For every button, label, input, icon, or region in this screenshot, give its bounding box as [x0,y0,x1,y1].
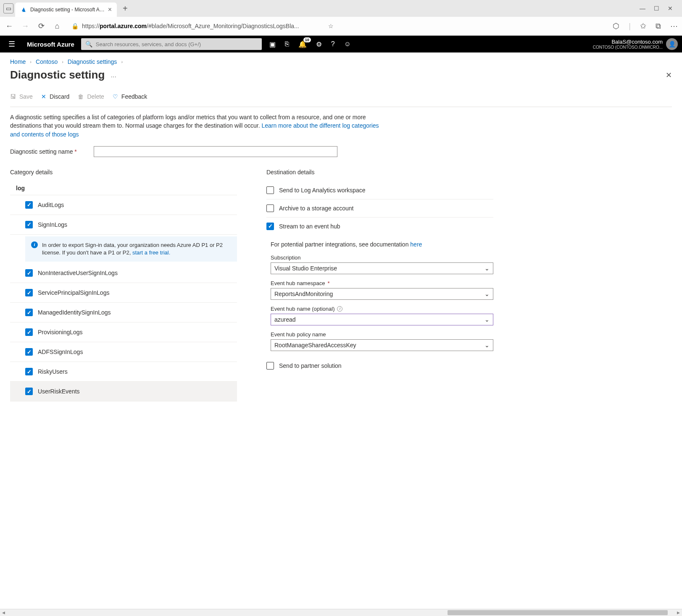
log-item[interactable]: AuditLogs [10,195,237,215]
subscription-select[interactable]: Visual Studio Enterprise ⌄ [271,262,493,274]
window-maximize-icon[interactable]: ☐ [654,5,659,12]
log-item[interactable]: UserRiskEvents [10,382,237,401]
toolbar: 🖫 Save ✕ Discard 🗑 Delete ♡ Feedback [10,93,672,107]
log-item[interactable]: NonInteractiveUserSignInLogs [10,263,237,283]
log-item-label: NonInteractiveUserSignInLogs [38,270,118,276]
chevron-down-icon: ⌄ [485,316,490,323]
account-tenant: CONTOSO (CONTOSO.ONMICRO... [593,45,663,50]
checkbox[interactable] [25,328,33,336]
nav-back-icon[interactable]: ← [4,22,14,31]
feedback-button[interactable]: ♡ Feedback [113,93,147,100]
log-item-label: ProvisioningLogs [38,329,83,336]
setting-name-input[interactable] [94,146,337,157]
checkbox[interactable] [266,186,274,194]
partner-integrations-text: For potential partner integrations, see … [271,241,493,248]
category-details-heading: Category details [10,169,237,176]
tab-close-icon[interactable]: × [108,6,112,13]
namespace-select[interactable]: ReportsAndMonitoring ⌄ [271,288,493,300]
nav-refresh-icon[interactable]: ⟳ [36,21,46,31]
discard-icon: ✕ [41,93,46,100]
hamburger-icon[interactable]: ☰ [3,39,20,49]
page-more-icon[interactable]: … [105,72,123,79]
url-text: https://portal.azure.com/#blade/Microsof… [82,23,299,29]
checkbox[interactable] [25,388,33,395]
favorite-star-icon[interactable]: ☆ [328,23,334,29]
notifications-icon[interactable]: 🔔10 [298,40,307,48]
brand-label[interactable]: Microsoft Azure [20,41,81,48]
breadcrumb-diagnostic-settings[interactable]: Diagnostic settings [68,58,117,65]
dest-storage-account[interactable]: Archive to a storage account [266,199,493,218]
log-item[interactable]: ServicePrincipalSignInLogs [10,283,237,303]
site-lock-icon[interactable]: 🔒 [71,23,79,29]
log-item-label: ServicePrincipalSignInLogs [38,289,109,296]
window-close-icon[interactable]: ✕ [668,5,673,12]
settings-gear-icon[interactable]: ⚙ [316,40,322,48]
dest-partner-solution[interactable]: Send to partner solution [266,357,493,375]
collections-icon[interactable]: ⧉ [656,22,661,31]
breadcrumb-contoso[interactable]: Contoso [36,58,58,65]
policy-select[interactable]: RootManageSharedAccessKey ⌄ [271,339,493,351]
nav-home-icon[interactable]: ⌂ [52,22,62,31]
log-item[interactable]: ManagedIdentitySignInLogs [10,303,237,322]
log-item[interactable]: RiskyUsers [10,362,237,382]
nav-forward-icon: → [20,22,30,31]
browser-menu-icon[interactable]: ⋯ [670,21,678,31]
partner-doc-link[interactable]: here [410,241,422,248]
checkbox[interactable] [266,223,274,230]
setting-name-label: Diagnostic setting name * [10,148,77,155]
avatar[interactable]: 👤 [666,38,678,50]
chevron-down-icon: ⌄ [485,265,490,272]
window-minimize-icon[interactable]: — [640,5,645,12]
checkbox[interactable] [266,204,274,212]
free-trial-link[interactable]: start a free trial. [132,249,170,256]
url-field[interactable]: 🔒 https://portal.azure.com/#blade/Micros… [68,23,337,29]
favorites-icon[interactable]: ✩ [640,21,646,31]
tab-overview-icon[interactable]: ▭ [3,3,13,13]
log-item[interactable]: SignInLogs [10,215,237,235]
scroll-track[interactable] [7,609,675,610]
event-hub-config: For potential partner integrations, see … [271,241,493,351]
browser-nav-bar: ← → ⟳ ⌂ 🔒 https://portal.azure.com/#blad… [0,17,682,35]
breadcrumb-home[interactable]: Home [10,58,26,65]
checkbox[interactable] [25,221,33,228]
help-icon[interactable]: ? [331,40,335,48]
scroll-left-icon[interactable]: ◀ [0,609,7,610]
close-blade-icon[interactable]: ✕ [666,71,672,80]
checkbox[interactable] [266,362,274,370]
azure-top-bar: ☰ Microsoft Azure 🔍 ▣ ⎘ 🔔10 ⚙ ? ☺ BalaS@… [0,36,682,52]
log-item[interactable]: ProvisioningLogs [10,322,237,342]
checkbox[interactable] [25,201,33,209]
extensions-icon[interactable]: ⬡ [613,21,619,31]
delete-icon: 🗑 [78,93,84,100]
checkbox[interactable] [25,368,33,375]
browser-tab-active[interactable]: Diagnostic setting - Microsoft A… × [15,3,117,17]
log-item-label: UserRiskEvents [38,388,80,395]
checkbox[interactable] [25,309,33,316]
policy-label: Event hub policy name [271,331,493,338]
checkbox[interactable] [25,348,33,356]
horizontal-scrollbar[interactable]: ◀ ▶ [0,609,682,610]
new-tab-icon[interactable]: + [118,4,132,13]
cloud-shell-icon[interactable]: ▣ [269,40,276,48]
log-item[interactable]: ADFSSignInLogs [10,342,237,362]
destination-details-heading: Destination details [266,169,493,176]
global-search-input[interactable] [96,41,258,47]
chevron-right-icon: › [30,59,32,64]
chevron-down-icon: ⌄ [485,342,490,349]
notification-badge: 10 [303,37,311,42]
discard-button[interactable]: ✕ Discard [41,93,69,100]
dest-log-analytics[interactable]: Send to Log Analytics workspace [266,181,493,199]
hubname-select[interactable]: azuread ⌄ [271,314,493,325]
dest-event-hub[interactable]: Stream to an event hub [266,218,493,235]
checkbox[interactable] [25,269,33,277]
global-search[interactable]: 🔍 [81,38,262,50]
scroll-right-icon[interactable]: ▶ [675,609,682,610]
account-menu[interactable]: BalaS@contoso.com CONTOSO (CONTOSO.ONMIC… [593,38,682,50]
info-icon: i [31,241,38,248]
checkbox[interactable] [25,289,33,296]
info-icon[interactable]: i [337,306,342,312]
feedback-top-icon[interactable]: ☺ [344,40,351,48]
log-list: AuditLogsSignInLogsiIn order to export S… [10,195,237,401]
save-button: 🖫 Save [10,93,33,100]
directories-icon[interactable]: ⎘ [285,40,289,48]
